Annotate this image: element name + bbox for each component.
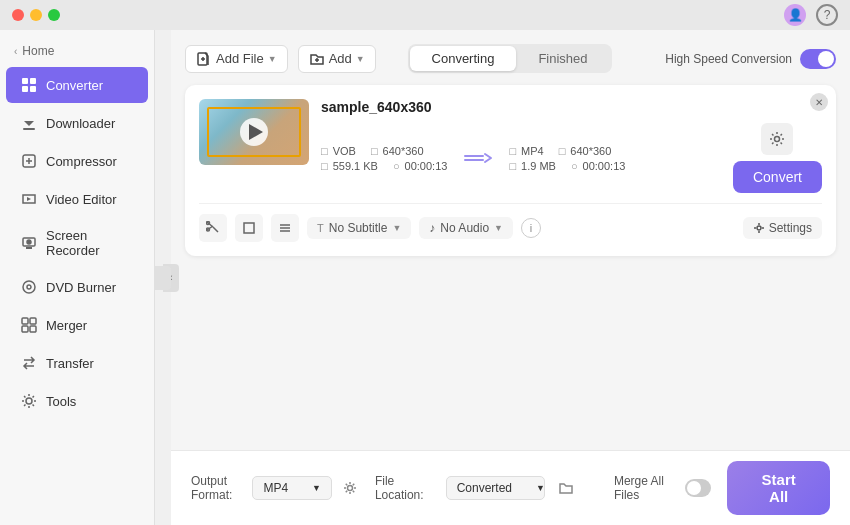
source-resolution-icon: □ (371, 145, 378, 157)
output-format-label: Output Format: (191, 474, 244, 502)
maximize-button[interactable] (48, 9, 60, 21)
sidebar-item-downloader[interactable]: Downloader (6, 105, 148, 141)
gear-icon (769, 131, 785, 147)
add-folder-icon (309, 51, 325, 67)
svg-rect-13 (30, 326, 36, 332)
sidebar-collapse-toggle[interactable] (155, 266, 171, 290)
file-card-top: sample_640x360 □ VOB □ 640*360 (199, 99, 822, 193)
file-card: ✕ sample_640x360 (185, 85, 836, 256)
sidebar-item-merger[interactable]: Merger (6, 307, 148, 343)
audio-icon: ♪ (429, 221, 435, 235)
target-info: □ MP4 □ 640*360 □ 1.9 MB ○ 00:00:13 (509, 145, 625, 172)
video-editor-label: Video Editor (46, 192, 117, 207)
tab-converting[interactable]: Converting (410, 46, 517, 71)
sidebar-item-compressor[interactable]: Compressor (6, 143, 148, 179)
sidebar-item-tools[interactable]: Tools (6, 383, 148, 419)
merge-label: Merge All Files (614, 474, 678, 502)
settings-label: Settings (769, 221, 812, 235)
source-duration: 00:00:13 (405, 160, 448, 172)
add-folder-chevron-icon: ▼ (356, 54, 365, 64)
target-format: MP4 (521, 145, 544, 157)
target-resolution-icon: □ (559, 145, 566, 157)
info-button[interactable]: i (521, 218, 541, 238)
dvd-burner-icon (20, 278, 38, 296)
svg-point-8 (23, 281, 35, 293)
target-meta-line: □ 1.9 MB ○ 00:00:13 (509, 160, 625, 172)
source-size: 559.1 KB (333, 160, 378, 172)
minimize-button[interactable] (30, 9, 42, 21)
output-format-chevron-icon: ▼ (312, 483, 321, 493)
close-button[interactable] (12, 9, 24, 21)
sidebar-item-dvd-burner[interactable]: DVD Burner (6, 269, 148, 305)
speed-toggle[interactable] (800, 49, 836, 69)
svg-rect-2 (22, 86, 28, 92)
sidebar-item-video-editor[interactable]: Video Editor (6, 181, 148, 217)
converter-icon (20, 76, 38, 94)
file-location-value: Converted (457, 481, 512, 495)
source-format: VOB (333, 145, 356, 157)
subtitle-dropdown[interactable]: T No Subtitle ▼ (307, 217, 411, 239)
svg-point-14 (26, 398, 32, 404)
source-meta-line: □ 559.1 KB ○ 00:00:13 (321, 160, 447, 172)
output-format-select[interactable]: MP4 ▼ (252, 476, 332, 500)
file-info: sample_640x360 □ VOB □ 640*360 (321, 99, 822, 193)
downloader-icon (20, 114, 38, 132)
target-format-line: □ MP4 □ 640*360 (509, 145, 625, 157)
merge-control: Merge All Files (614, 474, 711, 502)
tab-finished[interactable]: Finished (516, 46, 609, 71)
tools-label: Tools (46, 394, 76, 409)
merger-icon (20, 316, 38, 334)
crop-button[interactable] (235, 214, 263, 242)
help-icon[interactable]: ? (816, 4, 838, 26)
target-size: 1.9 MB (521, 160, 556, 172)
output-format-settings-button[interactable] (340, 474, 359, 502)
video-editor-icon (20, 190, 38, 208)
audio-label: No Audio (440, 221, 489, 235)
crop-icon (242, 221, 256, 235)
file-location-browse-button[interactable] (553, 474, 578, 502)
folder-icon (558, 480, 574, 496)
speed-control: High Speed Conversion (665, 49, 836, 69)
audio-chevron-icon: ▼ (494, 223, 503, 233)
source-file-icon: □ (321, 145, 328, 157)
sidebar-item-screen-recorder[interactable]: Screen Recorder (6, 219, 148, 267)
card-bottom: T No Subtitle ▼ ♪ No Audio ▼ i (199, 203, 822, 242)
converter-label: Converter (46, 78, 103, 93)
audio-dropdown[interactable]: ♪ No Audio ▼ (419, 217, 513, 239)
svg-rect-4 (23, 128, 35, 130)
thumbnail[interactable] (199, 99, 309, 165)
start-all-button[interactable]: Start All (727, 461, 830, 515)
target-duration: 00:00:13 (583, 160, 626, 172)
file-location-select[interactable]: Converted ▼ (446, 476, 546, 500)
svg-point-16 (775, 137, 780, 142)
cut-button[interactable] (199, 214, 227, 242)
add-file-label: Add File (216, 51, 264, 66)
sidebar-item-transfer[interactable]: Transfer (6, 345, 148, 381)
file-card-close-button[interactable]: ✕ (810, 93, 828, 111)
target-duration-icon: ○ (571, 160, 578, 172)
subtitle-icon: T (317, 222, 324, 234)
svg-rect-10 (22, 318, 28, 324)
sidebar-item-converter[interactable]: Converter (6, 67, 148, 103)
file-settings-button[interactable] (761, 123, 793, 155)
add-folder-label: Add (329, 51, 352, 66)
add-file-button[interactable]: Add File ▼ (185, 45, 288, 73)
svg-point-7 (27, 240, 31, 244)
home-nav[interactable]: ‹ Home (0, 38, 154, 66)
compressor-label: Compressor (46, 154, 117, 169)
user-icon[interactable]: 👤 (784, 4, 806, 26)
svg-rect-0 (22, 78, 28, 84)
play-button[interactable] (240, 118, 268, 146)
play-icon (249, 124, 263, 140)
effects-button[interactable] (271, 214, 299, 242)
file-location-field: File Location: Converted ▼ (375, 474, 578, 502)
downloader-label: Downloader (46, 116, 115, 131)
merge-toggle[interactable] (685, 479, 711, 497)
add-folder-button[interactable]: Add ▼ (298, 45, 376, 73)
compressor-icon (20, 152, 38, 170)
file-location-chevron-icon: ▼ (536, 483, 545, 493)
convert-button[interactable]: Convert (733, 161, 822, 193)
settings-button[interactable]: Settings (743, 217, 822, 239)
source-format-line: □ VOB □ 640*360 (321, 145, 447, 157)
home-label: Home (22, 44, 54, 58)
